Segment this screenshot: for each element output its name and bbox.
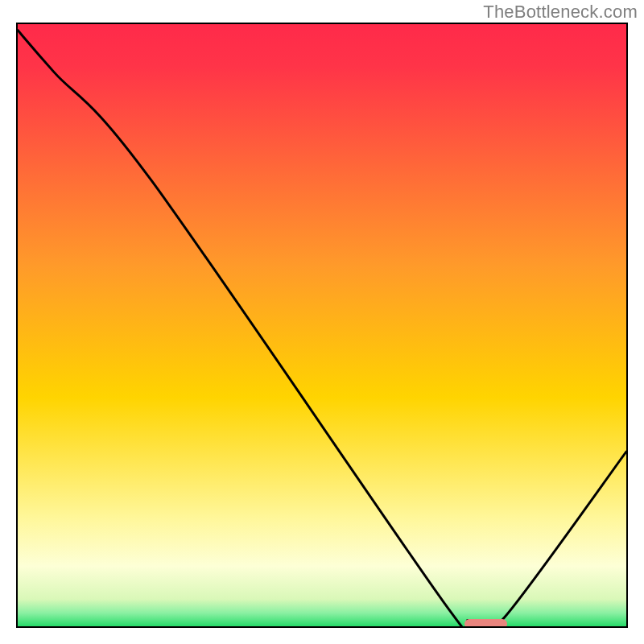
chart-stage: TheBottleneck.com xyxy=(0,0,644,644)
bottleneck-curve xyxy=(18,24,626,626)
plot-area xyxy=(16,23,628,628)
optimal-range-marker xyxy=(464,619,507,629)
watermark-text: TheBottleneck.com xyxy=(483,2,638,23)
